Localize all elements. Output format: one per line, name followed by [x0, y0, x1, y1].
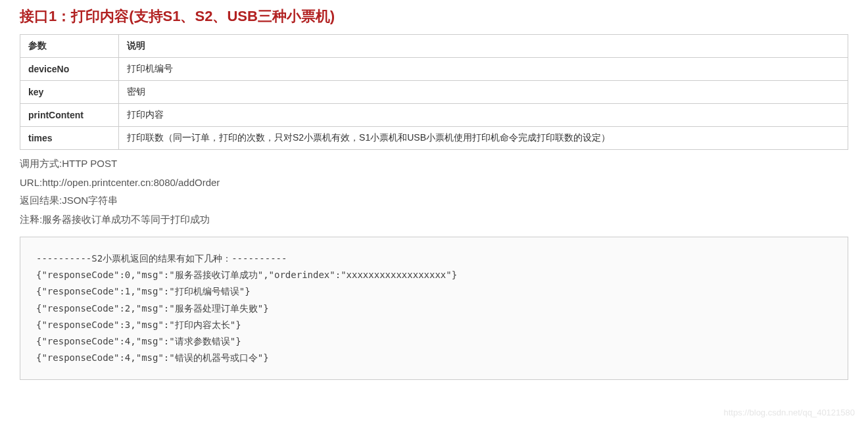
table-row: times 打印联数（同一订单，打印的次数，只对S2小票机有效，S1小票机和US…: [20, 127, 848, 150]
code-line: {"responseCode":4,"msg":"错误的机器号或口令"}: [36, 350, 832, 366]
table-row: printContent 打印内容: [20, 104, 848, 127]
table-header-desc: 说明: [119, 35, 848, 58]
table-header-param: 参数: [20, 35, 119, 58]
code-line: ----------S2小票机返回的结果有如下几种：----------: [36, 250, 832, 267]
note-line: 注释:服务器接收订单成功不等同于打印成功: [20, 214, 848, 226]
params-table: 参数 说明 deviceNo 打印机编号 key 密钥 printContent…: [20, 34, 848, 150]
result-line: 返回结果:JSON字符串: [20, 195, 848, 207]
code-block: ----------S2小票机返回的结果有如下几种：---------- {"r…: [20, 237, 848, 380]
code-line: {"responseCode":0,"msg":"服务器接收订单成功","ord…: [36, 267, 832, 283]
code-line: {"responseCode":3,"msg":"打印内容太长"}: [36, 317, 832, 333]
page-heading: 接口1：打印内容(支持S1、S2、USB三种小票机): [20, 7, 848, 26]
code-line: {"responseCode":4,"msg":"请求参数错误"}: [36, 333, 832, 350]
table-header-row: 参数 说明: [20, 35, 848, 58]
param-name-cell: key: [20, 81, 119, 104]
table-row: deviceNo 打印机编号: [20, 58, 848, 81]
param-desc-cell: 打印联数（同一订单，打印的次数，只对S2小票机有效，S1小票机和USB小票机使用…: [119, 127, 848, 150]
url-line: URL:http://open.printcenter.cn:8080/addO…: [20, 177, 848, 188]
param-name-cell: deviceNo: [20, 58, 119, 81]
param-name-cell: times: [20, 127, 119, 150]
param-desc-cell: 打印机编号: [119, 58, 848, 81]
code-line: {"responseCode":2,"msg":"服务器处理订单失败"}: [36, 300, 832, 317]
param-desc-cell: 打印内容: [119, 104, 848, 127]
table-row: key 密钥: [20, 81, 848, 104]
param-desc-cell: 密钥: [119, 81, 848, 104]
method-line: 调用方式:HTTP POST: [20, 158, 848, 170]
code-line: {"responseCode":1,"msg":"打印机编号错误"}: [36, 283, 832, 300]
param-name-cell: printContent: [20, 104, 119, 127]
